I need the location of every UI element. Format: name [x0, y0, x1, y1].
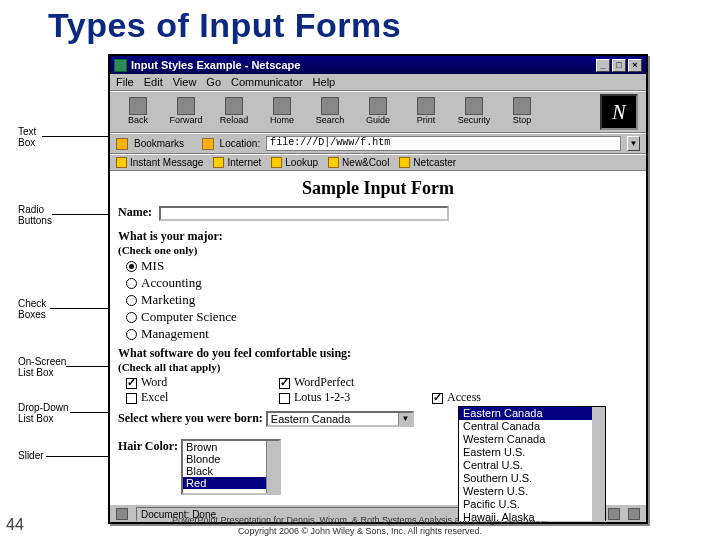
- stop-icon: [513, 97, 531, 115]
- window-title: Input Styles Example - Netscape: [131, 59, 300, 71]
- menu-go[interactable]: Go: [206, 76, 221, 88]
- check-wordperfect[interactable]: [279, 378, 290, 389]
- browser-window: Input Styles Example - Netscape _ □ × Fi…: [108, 54, 648, 524]
- form-heading: Sample Input Form: [118, 178, 638, 199]
- radio-marketing[interactable]: [126, 295, 137, 306]
- link-internet[interactable]: Internet: [213, 157, 261, 168]
- callout-dropdown: Drop-DownList Box: [18, 402, 69, 424]
- software-question: What software do you feel comfortable us…: [118, 346, 638, 361]
- name-input[interactable]: [159, 206, 449, 221]
- born-opt-0[interactable]: Eastern Canada: [459, 407, 605, 420]
- reload-button[interactable]: Reload: [210, 94, 258, 130]
- callout-listbox: On-ScreenList Box: [18, 356, 66, 378]
- check-excel[interactable]: [126, 393, 137, 404]
- forward-button[interactable]: Forward: [162, 94, 210, 130]
- radio-cs[interactable]: [126, 312, 137, 323]
- born-opt-6[interactable]: Western U.S.: [459, 485, 605, 498]
- link-netcaster[interactable]: Netcaster: [399, 157, 456, 168]
- reload-icon: [225, 97, 243, 115]
- location-input[interactable]: file:///D|/www/f.htm: [266, 136, 621, 151]
- bookmarks-label[interactable]: Bookmarks: [134, 138, 184, 149]
- globe-icon: [213, 157, 224, 168]
- cast-icon: [399, 157, 410, 168]
- menu-help[interactable]: Help: [313, 76, 336, 88]
- lock-icon: [465, 97, 483, 115]
- check-lotus[interactable]: [279, 393, 290, 404]
- location-dropdown[interactable]: ▼: [627, 136, 640, 151]
- born-opt-2[interactable]: Western Canada: [459, 433, 605, 446]
- hair-label: Hair Color:: [118, 439, 178, 453]
- forward-icon: [177, 97, 195, 115]
- radio-management[interactable]: [126, 329, 137, 340]
- home-button[interactable]: Home: [258, 94, 306, 130]
- menu-view[interactable]: View: [173, 76, 197, 88]
- callout-textbox: TextBox: [18, 126, 36, 148]
- listbox-scrollbar[interactable]: [266, 441, 279, 493]
- location-icon: [202, 138, 214, 150]
- toolbar: Back Forward Reload Home Search Guide Pr…: [110, 91, 646, 133]
- major-hint: (Check one only): [118, 244, 638, 256]
- born-opt-4[interactable]: Central U.S.: [459, 459, 605, 472]
- search-icon: [321, 97, 339, 115]
- location-label: Location:: [220, 138, 261, 149]
- name-label: Name:: [118, 205, 152, 219]
- link-instant-message[interactable]: Instant Message: [116, 157, 203, 168]
- menu-file[interactable]: File: [116, 76, 134, 88]
- location-bar: Bookmarks Location: file:///D|/www/f.htm…: [110, 133, 646, 154]
- major-question: What is your major:: [118, 229, 638, 244]
- star-icon: [328, 157, 339, 168]
- hair-option-blonde[interactable]: Blonde: [183, 453, 279, 465]
- born-opt-7[interactable]: Pacific U.S.: [459, 498, 605, 511]
- born-opt-8[interactable]: Hawaii, Alaska: [459, 511, 605, 521]
- guide-icon: [369, 97, 387, 115]
- footer: PowerPoint Presentation for Dennis, Wixo…: [0, 515, 720, 538]
- minimize-button[interactable]: _: [596, 59, 610, 72]
- hair-listbox[interactable]: Brown Blonde Black Red: [181, 439, 281, 495]
- callout-slider: Slider: [18, 450, 44, 461]
- home-icon: [273, 97, 291, 115]
- print-icon: [417, 97, 435, 115]
- bookmarks-icon[interactable]: [116, 138, 128, 150]
- dropdown-scrollbar[interactable]: [592, 407, 605, 521]
- slide-title: Types of Input Forms: [48, 6, 401, 45]
- check-access[interactable]: [432, 393, 443, 404]
- link-newcool[interactable]: New&Cool: [328, 157, 389, 168]
- radio-mis[interactable]: [126, 261, 137, 272]
- born-dropdown-open[interactable]: Eastern Canada Central Canada Western Ca…: [458, 406, 606, 521]
- chevron-down-icon[interactable]: ▼: [398, 413, 412, 425]
- footer-line2: Copyright 2006 © John Wiley & Sons, Inc.…: [238, 526, 482, 536]
- born-question: Select where you were born:: [118, 411, 263, 425]
- hair-option-brown[interactable]: Brown: [183, 441, 279, 453]
- hair-option-black[interactable]: Black: [183, 465, 279, 477]
- back-icon: [129, 97, 147, 115]
- menubar: File Edit View Go Communicator Help: [110, 74, 646, 91]
- radio-accounting[interactable]: [126, 278, 137, 289]
- linkbar: Instant Message Internet Lookup New&Cool…: [110, 154, 646, 171]
- born-opt-5[interactable]: Southern U.S.: [459, 472, 605, 485]
- link-lookup[interactable]: Lookup: [271, 157, 318, 168]
- stop-button[interactable]: Stop: [498, 94, 546, 130]
- maximize-button[interactable]: □: [612, 59, 626, 72]
- menu-communicator[interactable]: Communicator: [231, 76, 303, 88]
- born-opt-1[interactable]: Central Canada: [459, 420, 605, 433]
- netscape-logo: N: [600, 94, 638, 130]
- close-button[interactable]: ×: [628, 59, 642, 72]
- hair-option-red[interactable]: Red: [183, 477, 279, 489]
- callout-check: CheckBoxes: [18, 298, 46, 320]
- lookup-icon: [271, 157, 282, 168]
- callout-radio: RadioButtons: [18, 204, 52, 226]
- born-opt-3[interactable]: Eastern U.S.: [459, 446, 605, 459]
- guide-button[interactable]: Guide: [354, 94, 402, 130]
- search-button[interactable]: Search: [306, 94, 354, 130]
- back-button[interactable]: Back: [114, 94, 162, 130]
- software-hint: (Check all that apply): [118, 361, 638, 373]
- check-word[interactable]: [126, 378, 137, 389]
- security-button[interactable]: Security: [450, 94, 498, 130]
- print-button[interactable]: Print: [402, 94, 450, 130]
- menu-edit[interactable]: Edit: [144, 76, 163, 88]
- app-icon: [114, 59, 127, 72]
- page-content: Sample Input Form Name: What is your maj…: [110, 171, 646, 521]
- born-combo[interactable]: Eastern Canada ▼: [266, 411, 414, 427]
- major-options: MIS Accounting Marketing Computer Scienc…: [126, 258, 638, 342]
- titlebar: Input Styles Example - Netscape _ □ ×: [110, 56, 646, 74]
